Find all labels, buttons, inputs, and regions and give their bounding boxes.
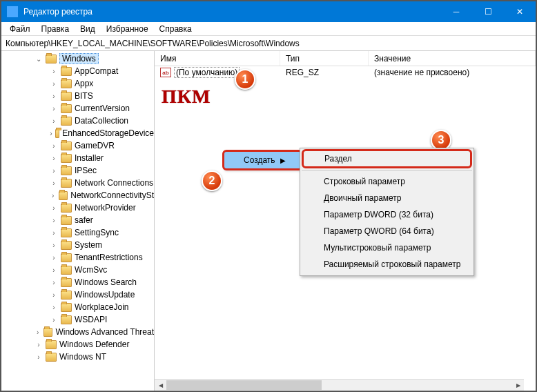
chevron-icon[interactable]: ›	[50, 229, 58, 237]
submenu-item[interactable]: Параметр DWORD (32 бита)	[300, 206, 473, 223]
tree-item[interactable]: ›GameDVR	[1, 139, 154, 152]
menu-file[interactable]: Файл	[4, 23, 36, 35]
tree-item[interactable]: ⌄Windows	[1, 52, 154, 65]
tree-item[interactable]: ›SettingSync	[1, 226, 154, 239]
tree-item[interactable]: ›NetworkProvider	[1, 202, 154, 214]
chevron-icon[interactable]: ›	[50, 217, 58, 224]
chevron-icon[interactable]: ›	[50, 117, 58, 125]
scroll-left-icon[interactable]: ◀	[155, 380, 166, 391]
maximize-button[interactable]: ☐	[472, 1, 504, 22]
chevron-icon[interactable]: ›	[50, 291, 58, 299]
tree-label: safer	[75, 215, 93, 225]
folder-icon	[61, 266, 72, 275]
close-button[interactable]: ✕	[504, 1, 536, 22]
tree-item[interactable]: ›DataCollection	[1, 115, 154, 127]
tree-item[interactable]: ›safer	[1, 214, 154, 226]
chevron-icon[interactable]: ›	[50, 192, 56, 199]
chevron-icon[interactable]: ›	[50, 68, 58, 75]
tree-item[interactable]: ›WorkplaceJoin	[1, 301, 154, 313]
tree-label: Installer	[75, 153, 104, 163]
title-bar: Редактор реестра ─ ☐ ✕	[1, 1, 536, 22]
chevron-icon[interactable]: ›	[50, 279, 58, 286]
folder-icon	[55, 129, 59, 138]
tree-label: BITS	[75, 91, 93, 101]
submenu-item[interactable]: Параметр QWORD (64 бита)	[300, 223, 473, 239]
tree-label: NetworkProvider	[75, 203, 136, 213]
tree-item[interactable]: ›Network Connections	[1, 177, 154, 189]
tree-item[interactable]: ›Installer	[1, 152, 154, 164]
chevron-icon[interactable]: ›	[50, 266, 58, 274]
chevron-icon[interactable]: ›	[50, 254, 58, 262]
list-row[interactable]: ab(По умолчанию) REG_SZ (значение не при…	[155, 66, 536, 79]
chevron-icon[interactable]: ›	[50, 242, 58, 249]
chevron-icon[interactable]: ›	[50, 142, 58, 150]
tree-label: DataCollection	[75, 116, 128, 126]
menu-create[interactable]: Создать ▶	[222, 150, 303, 170]
minimize-button[interactable]: ─	[440, 1, 472, 22]
tree-item[interactable]: ›AppCompat	[1, 65, 154, 77]
h-scrollbar[interactable]: ◀ ▶	[155, 379, 524, 391]
chevron-icon[interactable]: ›	[35, 329, 41, 336]
chevron-icon[interactable]: ⌄	[35, 55, 43, 63]
badge-1: 1	[235, 69, 255, 90]
chevron-icon[interactable]: ›	[35, 341, 43, 349]
tree-item[interactable]: ›CurrentVersion	[1, 102, 154, 115]
tree-item[interactable]: ›NetworkConnectivitySt	[1, 189, 154, 202]
tree-item[interactable]: ›Windows Defender	[1, 338, 154, 351]
chevron-icon[interactable]: ›	[50, 179, 58, 187]
tree-label: Windows Advanced Threat	[55, 327, 154, 337]
tree-item[interactable]: ›System	[1, 239, 154, 251]
submenu-item[interactable]: Мультистроковый параметр	[300, 239, 473, 256]
tree-item[interactable]: ›Appx	[1, 77, 154, 90]
scroll-right-icon[interactable]: ▶	[512, 380, 524, 391]
tree-item[interactable]: ›Windows NT	[1, 351, 154, 363]
chevron-icon[interactable]: ›	[50, 316, 58, 324]
address-bar[interactable]: Компьютер\HKEY_LOCAL_MACHINE\SOFTWARE\Po…	[1, 36, 536, 51]
chevron-icon[interactable]: ›	[35, 353, 43, 361]
chevron-icon[interactable]: ›	[50, 167, 58, 175]
folder-icon	[61, 216, 72, 225]
window-title: Редактор реестра	[23, 7, 92, 17]
col-value[interactable]: Значение	[369, 51, 536, 66]
folder-icon	[61, 117, 72, 126]
folder-icon	[46, 55, 57, 63]
tree-pane[interactable]: ⌄Windows›AppCompat›Appx›BITS›CurrentVers…	[1, 51, 155, 391]
tree-label: WindowsUpdate	[75, 290, 135, 300]
tree-item[interactable]: ›EnhancedStorageDevice	[1, 127, 154, 139]
annotation-pkm: ПКМ	[162, 86, 211, 108]
tree-item[interactable]: ›IPSec	[1, 164, 154, 177]
tree-label: Windows Defender	[59, 340, 129, 349]
tree-label: EnhancedStorageDevice	[62, 128, 154, 138]
submenu-item[interactable]: Расширяемый строковый параметр	[300, 256, 473, 273]
menu-edit[interactable]: Правка	[36, 23, 75, 35]
menu-favorites[interactable]: Избранное	[101, 23, 154, 35]
chevron-icon[interactable]: ›	[50, 304, 58, 311]
list-pane: Имя Тип Значение ab(По умолчанию) REG_SZ…	[155, 51, 536, 391]
submenu-item[interactable]: Двоичный параметр	[300, 190, 473, 206]
chevron-icon[interactable]: ›	[50, 204, 58, 212]
submenu-item[interactable]: Раздел	[302, 149, 472, 168]
tree-item[interactable]: ›WcmSvc	[1, 264, 154, 276]
tree-item[interactable]: ›WSDAPI	[1, 313, 154, 326]
chevron-icon[interactable]: ›	[50, 92, 58, 100]
col-type[interactable]: Тип	[280, 51, 369, 66]
address-text: Компьютер\HKEY_LOCAL_MACHINE\SOFTWARE\Po…	[6, 39, 300, 48]
tree-item[interactable]: ›Windows Search	[1, 276, 154, 288]
chevron-icon[interactable]: ›	[50, 80, 58, 88]
chevron-icon[interactable]: ›	[50, 105, 58, 112]
tree-item[interactable]: ›TenantRestrictions	[1, 251, 154, 264]
chevron-icon[interactable]: ›	[50, 155, 58, 162]
tree-item[interactable]: ›WindowsUpdate	[1, 288, 154, 301]
submenu-item[interactable]: Строковый параметр	[300, 173, 473, 190]
menu-view[interactable]: Вид	[75, 23, 101, 35]
col-name[interactable]: Имя	[155, 51, 280, 66]
tree-label: CurrentVersion	[75, 104, 130, 113]
tree-item[interactable]: ›Windows Advanced Threat	[1, 326, 154, 338]
value-name: (По умолчанию)	[174, 67, 240, 78]
menu-help[interactable]: Справка	[154, 23, 197, 35]
folder-icon	[61, 253, 72, 262]
tree-item[interactable]: ›BITS	[1, 90, 154, 102]
folder-icon	[61, 241, 72, 250]
tree-label: AppCompat	[75, 66, 118, 76]
chevron-icon[interactable]: ›	[50, 130, 52, 137]
